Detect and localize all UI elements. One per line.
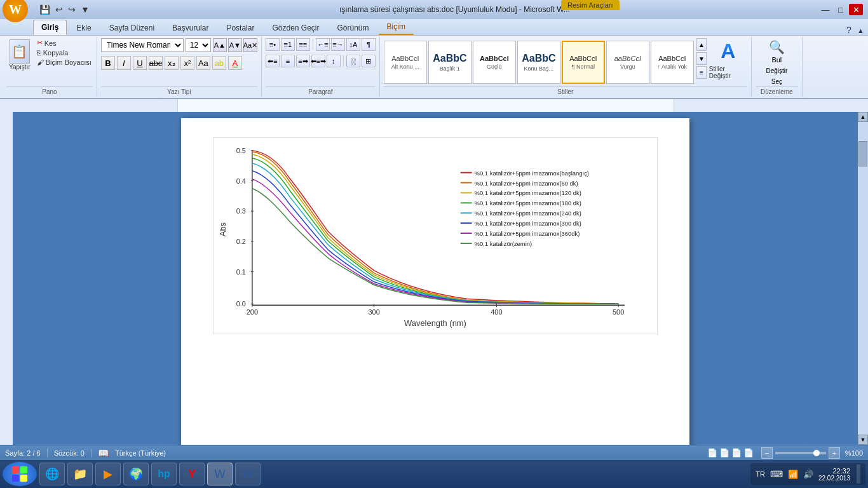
number-list-button[interactable]: ≡1 [281, 38, 295, 51]
multilevel-list-button[interactable]: ≡≡ [296, 38, 310, 51]
bullet-list-button[interactable]: ≡• [266, 38, 280, 51]
vertical-scrollbar[interactable]: ▲ ▼ [858, 112, 868, 445]
duzenle-group: 🔍 Bul Değiştir Seç Düzenleme [752, 37, 803, 97]
style-aralik-yok[interactable]: AaBbCcI ↑ Aralık Yok [651, 41, 694, 84]
stiller-scroll-more[interactable]: ≡ [696, 66, 707, 79]
close-button[interactable]: ✕ [849, 4, 863, 15]
document-area[interactable]: 0.5 0.4 0.3 0.2 0.1 0.0 [13, 112, 858, 445]
ribbon-toggle[interactable]: ▲ [857, 27, 864, 34]
language[interactable]: Türkçe (Türkiye) [115, 449, 166, 457]
taskbar-word-button[interactable]: W [207, 463, 233, 485]
tab-gorunum[interactable]: Görünüm [329, 20, 377, 35]
tab-postalar[interactable]: Postalar [218, 20, 262, 35]
svg-text:Abs: Abs [218, 222, 227, 236]
superscript-button[interactable]: x² [180, 56, 194, 70]
tab-ekle[interactable]: Ekle [68, 20, 99, 35]
font-size-decrease[interactable]: A▼ [228, 38, 242, 52]
scroll-thumb[interactable] [858, 141, 867, 166]
kes-button[interactable]: ✂ Kes [36, 38, 93, 48]
spell-check-icon[interactable]: 📖 [98, 448, 109, 458]
bul-button[interactable]: 🔍 Bul [765, 38, 789, 65]
zoom-plus-button[interactable]: + [829, 447, 840, 459]
style-baslik1[interactable]: AaBbC Başlık 1 [428, 41, 471, 84]
zoom-minus-button[interactable]: − [761, 447, 773, 459]
office-button[interactable]: W [3, 0, 28, 22]
align-right-button[interactable]: ≡➡ [296, 55, 310, 67]
minimize-button[interactable]: — [818, 4, 832, 15]
font-size-select[interactable]: 12 [186, 38, 211, 52]
style-konubas[interactable]: AaBbC Konu Baş... [517, 41, 560, 84]
stiller-degistir-button[interactable]: A Stiller Değiştir [709, 38, 747, 80]
svg-text:500: 500 [613, 308, 624, 316]
kopyala-button[interactable]: ⎘ Kopyala [36, 48, 93, 57]
clear-format[interactable]: Aa✕ [243, 38, 257, 52]
justify-button[interactable]: ⬅≡➡ [311, 55, 325, 67]
degistir-button[interactable]: Değiştir [762, 66, 791, 76]
tab-gozden-gecir[interactable]: Gözden Geçir [264, 20, 327, 35]
sec-button[interactable]: Seç [768, 77, 786, 86]
tab-giris[interactable]: Giriş [33, 20, 67, 35]
tab-sayfa-duzeni[interactable]: Sayfa Düzeni [101, 20, 163, 35]
line-spacing-button[interactable]: ↕ [327, 55, 341, 67]
shading-button[interactable]: ░ [346, 55, 360, 67]
taskbar-word2-button[interactable]: W [235, 463, 261, 485]
decrease-indent-button[interactable]: ←≡ [316, 38, 330, 51]
font-size-increase[interactable]: A▲ [213, 38, 227, 52]
stiller-scroll-up[interactable]: ▲ [696, 38, 707, 51]
border-button[interactable]: ⊞ [362, 55, 376, 67]
zoom-slider[interactable] [775, 452, 826, 454]
zoom-level[interactable]: %100 [845, 449, 863, 457]
scroll-track[interactable] [858, 122, 868, 435]
system-tray: TR ⌨ 📶 🔊 22:32 22.02.2013 [750, 463, 865, 485]
increase-indent-button[interactable]: ≡→ [331, 38, 345, 51]
taskbar-hp-button[interactable]: hp [151, 463, 177, 485]
keyboard-icon[interactable]: ⌨ [770, 469, 783, 479]
taskbar-media-button[interactable]: ▶ [95, 463, 121, 485]
scroll-up-button[interactable]: ▲ [858, 112, 868, 122]
taskbar-chrome-button[interactable]: 🌍 [123, 463, 149, 485]
maximize-button[interactable]: □ [834, 4, 848, 15]
yapistir-button[interactable]: 📋 Yapıştır [6, 38, 33, 86]
redo-icon[interactable]: ↪ [67, 3, 77, 16]
tab-basvurular[interactable]: Başvurular [164, 20, 217, 35]
text-effects-button[interactable]: Aa [196, 56, 210, 70]
bicim-boyacisi-button[interactable]: 🖌 Biçim Boyacısı [36, 58, 93, 67]
taskbar-explorer-button[interactable]: 📁 [67, 463, 93, 485]
chart-container[interactable]: 0.5 0.4 0.3 0.2 0.1 0.0 [213, 137, 658, 334]
strikethrough-button[interactable]: abc [149, 56, 163, 70]
align-center-button[interactable]: ≡ [281, 55, 295, 67]
scroll-down-button[interactable]: ▼ [858, 435, 868, 445]
style-vurgu[interactable]: aaBbCcI Vurgu [606, 41, 649, 84]
style-normal[interactable]: AaBbCcI ¶ Normal [562, 41, 605, 84]
start-button[interactable] [3, 462, 37, 486]
underline-button[interactable]: U [133, 56, 147, 70]
italic-button[interactable]: I [117, 56, 131, 70]
highlight-button[interactable]: ab [212, 56, 226, 70]
tab-bicim[interactable]: Biçim [379, 19, 414, 35]
font-color-button[interactable]: A [228, 56, 242, 70]
stiller-scroll-down[interactable]: ▼ [696, 52, 707, 65]
quick-access-dropdown[interactable]: ▼ [79, 3, 91, 16]
undo-icon[interactable]: ↩ [54, 3, 64, 16]
volume-icon[interactable]: 🔊 [803, 470, 813, 479]
show-paragraph-button[interactable]: ¶ [362, 38, 376, 51]
chart-svg: 0.5 0.4 0.3 0.2 0.1 0.0 [214, 138, 657, 334]
style-altkonu[interactable]: AaBbCcI Alt Konu ... [384, 41, 427, 84]
font-name-select[interactable]: Times New Roman [101, 38, 184, 52]
taskbar-yandex-button[interactable]: Y [179, 463, 205, 485]
help-icon[interactable]: ? [846, 25, 851, 35]
view-print-button[interactable]: 📄 📄 📄 📄 [707, 448, 754, 458]
show-desktop-button[interactable] [857, 464, 860, 484]
lang-indicator[interactable]: TR [756, 470, 765, 478]
subscript-button[interactable]: x₂ [165, 56, 179, 70]
save-icon[interactable]: 💾 [38, 3, 51, 16]
align-left-button[interactable]: ⬅≡ [266, 55, 280, 67]
bold-button[interactable]: B [101, 56, 115, 70]
taskbar-ie-button[interactable]: 🌐 [39, 463, 65, 485]
style-guclu[interactable]: AaBbCcI Güçlü [473, 41, 516, 84]
word2-icon: W [243, 468, 254, 481]
svg-text:0.5: 0.5 [236, 147, 246, 154]
sort-button[interactable]: ↕A [346, 38, 360, 51]
clock[interactable]: 22:32 22.02.2013 [818, 467, 850, 482]
resim-araclari-tab[interactable]: Resim Araçları [561, 0, 620, 10]
